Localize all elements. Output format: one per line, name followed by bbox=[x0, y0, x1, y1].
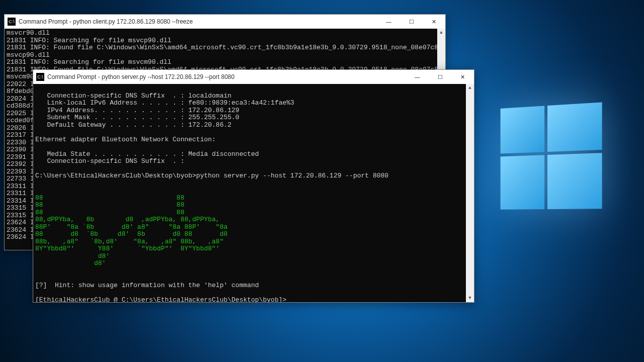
titlebar-title-server: Command Prompt - python server.py --host… bbox=[47, 73, 406, 80]
scrollbar-server[interactable]: ▲ ▼ bbox=[466, 84, 474, 302]
cmd-icon: C:\ bbox=[8, 18, 16, 26]
scroll-down-icon[interactable]: ▼ bbox=[466, 294, 474, 302]
windows-logo bbox=[501, 103, 599, 207]
scroll-up-icon[interactable]: ▲ bbox=[466, 84, 474, 92]
titlebar-server[interactable]: C:\ Command Prompt - python server.py --… bbox=[33, 70, 474, 84]
cmd-icon: C:\ bbox=[36, 73, 44, 81]
minimize-button[interactable]: — bbox=[377, 15, 400, 29]
maximize-button[interactable]: ☐ bbox=[400, 15, 423, 29]
scroll-up-icon[interactable]: ▲ bbox=[437, 29, 445, 37]
titlebar-title-client: Command Prompt - python client.py 172.20… bbox=[19, 18, 377, 25]
terminal-output-server: Connection-specific DNS Suffix . : local… bbox=[33, 84, 466, 302]
close-button[interactable]: ✕ bbox=[451, 70, 474, 84]
titlebar-client[interactable]: C:\ Command Prompt - python client.py 17… bbox=[5, 15, 445, 29]
maximize-button[interactable]: ☐ bbox=[429, 70, 451, 84]
minimize-button[interactable]: — bbox=[406, 70, 429, 84]
cmd-window-server: C:\ Command Prompt - python server.py --… bbox=[33, 69, 474, 303]
close-button[interactable]: ✕ bbox=[423, 15, 445, 29]
